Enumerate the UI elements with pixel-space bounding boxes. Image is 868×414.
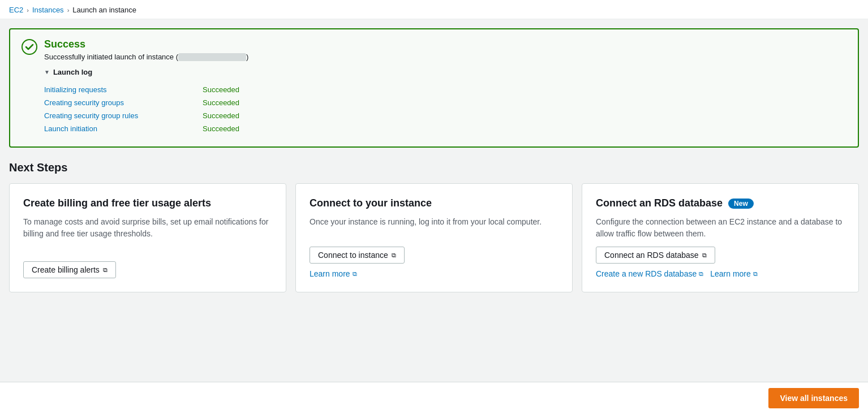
- card-title: Create billing and free tier usage alert…: [23, 197, 272, 209]
- card-title-text: Create billing and free tier usage alert…: [23, 197, 211, 209]
- log-step-status: Succeeded: [203, 98, 239, 107]
- new-badge: New: [728, 199, 754, 209]
- card-rds: Connect an RDS database New Configure th…: [582, 183, 859, 292]
- card-billing: Create billing and free tier usage alert…: [9, 183, 286, 292]
- next-steps-section: Next Steps Create billing and free tier …: [9, 161, 859, 292]
- success-subtitle-prefix: Successfully initiated launch of instanc…: [44, 53, 178, 61]
- card-button-external-icon: ⧉: [103, 266, 108, 274]
- card-title: Connect an RDS database New: [596, 197, 845, 209]
- card-actions: Create billing alerts ⧉: [23, 261, 272, 278]
- bottom-bar: View all instances: [0, 382, 868, 414]
- log-step-status: Succeeded: [203, 124, 239, 133]
- breadcrumb: EC2 › Instances › Launch an instance: [0, 0, 868, 19]
- log-row: Initializing requests Succeeded: [44, 83, 846, 96]
- launch-log: ▼ Launch log Initializing requests Succe…: [44, 68, 846, 135]
- card-link-label: Learn more: [710, 269, 751, 278]
- card-link-label: Create a new RDS database: [596, 269, 697, 278]
- card-description: Configure the connection between an EC2 …: [596, 216, 845, 240]
- cards-grid: Create billing and free tier usage alert…: [9, 183, 859, 292]
- card-button-external-icon: ⧉: [392, 252, 396, 259]
- card-description: Once your instance is running, log into …: [310, 216, 558, 228]
- log-row: Creating security group rules Succeeded: [44, 109, 846, 122]
- log-rows: Initializing requests Succeeded Creating…: [44, 83, 846, 135]
- success-subtitle: Successfully initiated launch of instanc…: [44, 53, 248, 62]
- card-description: To manage costs and avoid surprise bills…: [23, 216, 272, 240]
- card-title-text: Connect an RDS database: [596, 197, 723, 209]
- breadcrumb-current: Launch an instance: [72, 6, 136, 14]
- card-connect: Connect to your instance Once your insta…: [295, 183, 573, 292]
- success-title: Success: [44, 38, 248, 51]
- log-step-label: Creating security group rules: [44, 111, 180, 120]
- external-link-icon: ⧉: [353, 270, 357, 278]
- card-action-button[interactable]: Connect to instance ⧉: [310, 247, 405, 264]
- success-text-block: Success Successfully initiated launch of…: [44, 38, 248, 61]
- instance-id-placeholder: [178, 53, 246, 61]
- card-button-external-icon: ⧉: [702, 252, 707, 259]
- toggle-arrow-icon: ▼: [44, 69, 50, 75]
- log-step-label: Initializing requests: [44, 85, 180, 94]
- card-link-label: Learn more: [310, 269, 350, 278]
- card-link[interactable]: Learn more ⧉: [710, 269, 758, 278]
- next-steps-title: Next Steps: [9, 161, 859, 174]
- success-panel: Success Successfully initiated launch of…: [9, 28, 859, 148]
- external-link-icon: ⧉: [753, 270, 758, 278]
- card-title: Connect to your instance: [310, 197, 558, 209]
- success-check-icon: [22, 39, 37, 55]
- card-link[interactable]: Create a new RDS database ⧉: [596, 269, 703, 278]
- launch-log-label: Launch log: [53, 68, 92, 76]
- card-title-text: Connect to your instance: [310, 197, 432, 209]
- launch-log-toggle[interactable]: ▼ Launch log: [44, 68, 846, 76]
- success-subtitle-suffix: ): [246, 53, 248, 61]
- card-actions: Connect an RDS database ⧉ Create a new R…: [596, 247, 845, 278]
- success-header: Success Successfully initiated launch of…: [22, 38, 846, 61]
- log-row: Creating security groups Succeeded: [44, 96, 846, 109]
- external-link-icon: ⧉: [699, 270, 703, 278]
- breadcrumb-ec2[interactable]: EC2: [9, 6, 23, 14]
- view-all-instances-button[interactable]: View all instances: [768, 388, 859, 408]
- card-links: Learn more ⧉: [310, 269, 558, 278]
- card-link[interactable]: Learn more ⧉: [310, 269, 357, 278]
- card-button-label: Create billing alerts: [32, 265, 100, 274]
- main-content: Success Successfully initiated launch of…: [0, 19, 868, 338]
- log-step-status: Succeeded: [203, 111, 239, 120]
- card-button-label: Connect an RDS database: [604, 251, 699, 260]
- log-step-label: Creating security groups: [44, 98, 180, 107]
- breadcrumb-sep-2: ›: [67, 7, 70, 14]
- card-action-button[interactable]: Connect an RDS database ⧉: [596, 247, 715, 264]
- breadcrumb-sep-1: ›: [27, 7, 29, 14]
- log-step-status: Succeeded: [203, 85, 239, 94]
- card-actions: Connect to instance ⧉ Learn more ⧉: [310, 247, 558, 278]
- breadcrumb-instances[interactable]: Instances: [32, 6, 64, 14]
- card-action-button[interactable]: Create billing alerts ⧉: [23, 261, 116, 278]
- log-step-label: Launch initiation: [44, 124, 180, 133]
- svg-point-0: [22, 40, 37, 54]
- log-row: Launch initiation Succeeded: [44, 122, 846, 135]
- card-links: Create a new RDS database ⧉ Learn more ⧉: [596, 269, 845, 278]
- card-button-label: Connect to instance: [318, 251, 388, 260]
